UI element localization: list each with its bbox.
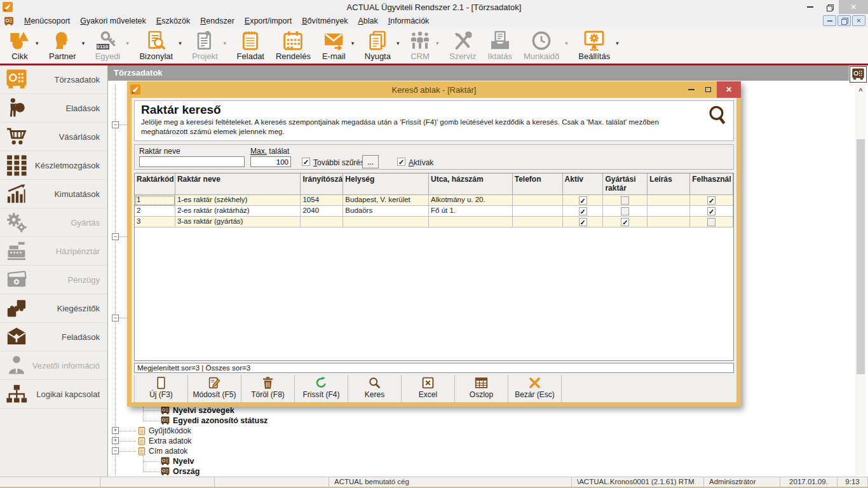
button-excel[interactable]: Excel [402,375,455,402]
cell[interactable]: Budaörs [343,206,429,217]
menu-export-import[interactable]: Export/import [240,17,297,25]
menu-men-csoport[interactable]: Menücsoport [19,17,75,25]
dropdown-arrow-icon[interactable]: ▾ [82,40,90,46]
dialog-close-button[interactable]: ✕ [717,81,741,98]
button-t-r-l-f8[interactable]: Töröl (F8) [241,375,295,402]
checkbox-checked[interactable]: ✓ [707,207,715,215]
checkbox-cell[interactable]: ✓ [603,217,648,227]
button-j-f3[interactable]: Új (F3) [135,375,188,402]
column-header-utca-h-zsz-m[interactable]: Utca, házszám [429,173,513,195]
docked-safe-icon[interactable] [850,66,867,83]
dialog-maximize-button[interactable] [700,81,717,98]
checkbox-cell[interactable]: ✓ [690,195,733,206]
dropdown-arrow-icon[interactable]: ▾ [565,40,573,46]
scroll-up-icon[interactable]: ^ [855,83,866,95]
tree-item-egyedi-azonos-t-st-tusz[interactable]: Egyedi azonosító státusz [108,416,553,426]
sidebar-item-kieg-sz-t-k[interactable]: Kiegészítők [0,294,107,323]
active-only-checkbox[interactable]: ✓ [397,158,405,166]
cell[interactable]: Budapest, V. kerület [343,195,429,206]
cell[interactable] [648,217,690,227]
checkbox-checked[interactable]: ✓ [579,218,587,226]
toolbar-be-ll-t-s[interactable]: Beállítás [573,30,616,61]
sidebar-item-kimutat-sok[interactable]: Kimutatások [0,180,107,208]
cell[interactable]: 2 [135,206,175,217]
menu-eszk-z-k[interactable]: Eszközök [151,17,196,25]
toolbar-feladat[interactable]: Feladat [231,30,270,61]
cell[interactable] [648,206,690,217]
cell[interactable] [513,217,563,227]
max-results-input[interactable] [250,156,291,167]
cell[interactable]: Fő út 1. [429,206,513,217]
sidebar-item-v-s-rl-sok[interactable]: Vásárlások [0,123,107,151]
menu-gyakori-m-veletek[interactable]: Gyakori műveletek [75,17,151,25]
cell[interactable]: 3 [135,217,175,227]
column-header-felhaszn-l[interactable]: Felhasznál [690,173,733,195]
button-bez-r-esc[interactable]: Bezár (Esc) [508,375,562,402]
cell[interactable] [648,195,690,206]
toolbar-cikk[interactable]: Cikk [4,30,36,61]
table-row[interactable]: 22-es raktár (raktárház)2040BudaörsFő út… [135,206,733,217]
checkbox-unchecked[interactable] [621,196,629,205]
vertical-scrollbar[interactable]: ^ [855,83,866,475]
table-row[interactable]: 11-es raktár (székhely)1054Budapest, V. … [135,195,733,206]
tree-collapse-icon[interactable]: − [112,233,119,240]
cell[interactable] [301,217,343,227]
checkbox-checked[interactable]: ✓ [579,207,587,215]
menu-rendszer[interactable]: Rendszer [195,17,240,25]
toolbar-rendel-s[interactable]: Rendelés [270,30,316,61]
column-header-gy-rt-si-rakt-r[interactable]: Gyártási raktár [603,173,648,195]
dropdown-arrow-icon[interactable]: ▾ [36,40,43,46]
cell[interactable]: 1 [135,195,175,206]
menu-ablak[interactable]: Ablak [353,17,383,25]
tree-item-c-m-adatok[interactable]: −Cím adatok [108,446,553,456]
checkbox-cell[interactable] [690,217,733,227]
toolbar-bizonylat[interactable]: Bizonylat [133,30,179,61]
cell[interactable]: 3-as raktár (gyártás) [175,217,301,227]
cell[interactable]: 1054 [301,195,343,206]
cell[interactable] [343,217,429,227]
column-header-rakt-rk-d[interactable]: Raktárkód [135,173,175,195]
checkbox-cell[interactable]: ✓ [563,195,604,206]
checkbox-checked[interactable]: ✓ [579,196,587,205]
checkbox-cell[interactable] [603,206,648,217]
column-header-akt-v[interactable]: Aktív [563,173,604,195]
button-m-dos-t-f5[interactable]: Módosít (F5) [188,375,241,402]
tree-item-gy-jt-k-dok[interactable]: +Gyűjtőkódok [108,426,553,436]
column-header-telefon[interactable]: Telefon [513,173,563,195]
dropdown-arrow-icon[interactable]: ▾ [436,40,444,46]
checkbox-cell[interactable]: ✓ [690,206,733,217]
cell[interactable] [513,206,563,217]
scrollbar-thumb[interactable] [857,139,865,374]
tree-item-extra-adatok[interactable]: +Extra adatok [108,436,553,446]
checkbox-cell[interactable] [603,195,648,206]
column-header-ir-ny-t-sz[interactable]: Irányítószá [301,173,343,195]
tree-collapse-icon[interactable]: − [112,315,119,322]
checkbox-checked[interactable]: ✓ [707,196,715,205]
mdi-restore-button[interactable] [837,15,851,26]
dialog-minimize-button[interactable] [682,81,700,98]
tree-item-nyelv[interactable]: Nyelv [108,456,553,466]
tree-item-nyelvi-sz-vegek[interactable]: Nyelvi szövegek [108,405,553,416]
cell[interactable] [513,195,563,206]
dropdown-arrow-icon[interactable]: ▾ [126,40,133,46]
checkbox-unchecked[interactable] [621,207,629,215]
checkbox-unchecked[interactable] [707,218,715,226]
table-row[interactable]: 33-as raktár (gyártás)✓✓ [135,217,733,227]
sidebar-item-t-rzsadatok[interactable]: Törzsadatok [0,65,107,94]
sidebar-item-k-szletmozg-sok[interactable]: Készletmozgások [0,151,107,180]
more-filter-checkbox[interactable]: ✓ [302,158,310,166]
tree-item-orsz-g[interactable]: Ország [108,466,553,477]
minimize-button[interactable] [801,0,820,14]
dropdown-arrow-icon[interactable]: ▾ [616,40,623,46]
tree-expander[interactable]: − [112,447,119,454]
cell[interactable]: 1-es raktár (székhely) [175,195,301,206]
close-button[interactable]: ✕ [839,0,868,14]
dropdown-arrow-icon[interactable]: ▾ [351,40,359,46]
warehouse-name-input[interactable] [139,156,245,167]
tree-expander[interactable]: + [112,437,119,444]
column-header-helys-g[interactable]: Helység [343,173,429,195]
toolbar-e-mail[interactable]: E-mail [316,30,351,61]
cell[interactable] [429,217,513,227]
cell[interactable]: Alkotmány u. 20. [429,195,513,206]
tree-expander[interactable]: + [112,427,119,434]
